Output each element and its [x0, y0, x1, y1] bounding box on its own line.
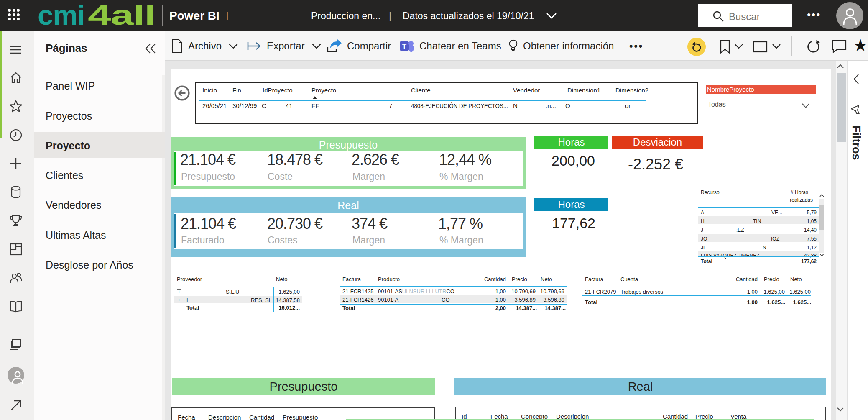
svg-text:T: T	[402, 43, 407, 51]
